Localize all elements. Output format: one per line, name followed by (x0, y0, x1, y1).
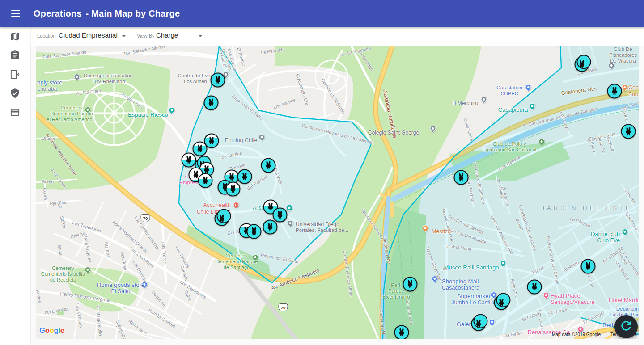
vehicle-marker[interactable] (454, 170, 469, 185)
location-label: Location (37, 33, 56, 38)
vehicle-marker[interactable] (182, 153, 196, 168)
map-canvas[interactable]: Pdte Salvador AllendePdte Salvador Allen… (36, 46, 639, 339)
vehicle-marker[interactable] (211, 73, 225, 88)
location-select[interactable]: Ciudad Empresarial (59, 31, 118, 39)
sidebar-item-map[interactable] (0, 28, 30, 47)
vehicle-marker[interactable] (581, 259, 596, 274)
vehicle-marker[interactable] (198, 173, 213, 188)
refresh-icon (619, 319, 633, 335)
vehicle-marker[interactable] (527, 280, 542, 295)
viewby-label: View By (137, 33, 155, 38)
shield-check-icon (10, 88, 20, 100)
page-title: Operations- Main Map by Charge (34, 8, 180, 19)
vehicle-marker[interactable] (261, 158, 276, 173)
location-dropdown-arrow-icon[interactable] (122, 35, 126, 37)
vehicle-marker[interactable] (247, 224, 262, 239)
sidebar-item-billing[interactable] (0, 104, 30, 123)
vehicle-marker[interactable] (263, 220, 278, 235)
menu-icon[interactable] (11, 8, 20, 18)
clipboard-icon (10, 50, 20, 62)
vehicle-marker[interactable] (273, 208, 288, 223)
vehicle-marker[interactable] (607, 84, 622, 99)
vehicle-marker[interactable] (575, 57, 589, 72)
vehicle-marker[interactable] (403, 277, 418, 292)
refresh-button[interactable] (614, 315, 638, 338)
sidebar-item-security[interactable] (0, 85, 30, 104)
sidebar-item-tasks[interactable] (0, 47, 30, 66)
attribution-text: Map data ©2019 Google (552, 332, 601, 337)
vehicle-marker[interactable] (215, 211, 229, 226)
vehicle-marker[interactable] (226, 182, 241, 197)
card-icon (10, 107, 20, 119)
viewby-dropdown-arrow-icon[interactable] (198, 35, 203, 37)
viewby-select[interactable]: Charge (156, 31, 178, 39)
vehicle-marker[interactable] (494, 295, 509, 310)
vehicle-marker[interactable] (394, 325, 409, 339)
vehicle-marker[interactable] (204, 96, 219, 110)
vehicle-marker[interactable] (621, 124, 636, 139)
filter-toolbar: Location Ciudad Empresarial View By Char… (30, 27, 644, 46)
sidebar-item-devices[interactable] (0, 66, 30, 85)
vehicle-marker[interactable] (193, 142, 208, 156)
vehicle-marker[interactable] (471, 316, 486, 331)
map-icon (10, 31, 20, 43)
app-bar: Operations- Main Map by Charge (0, 0, 644, 27)
device-ring-icon (10, 69, 20, 81)
side-nav (0, 27, 30, 345)
poi-pin-icon (286, 205, 293, 211)
vehicle-marker[interactable] (237, 169, 252, 184)
